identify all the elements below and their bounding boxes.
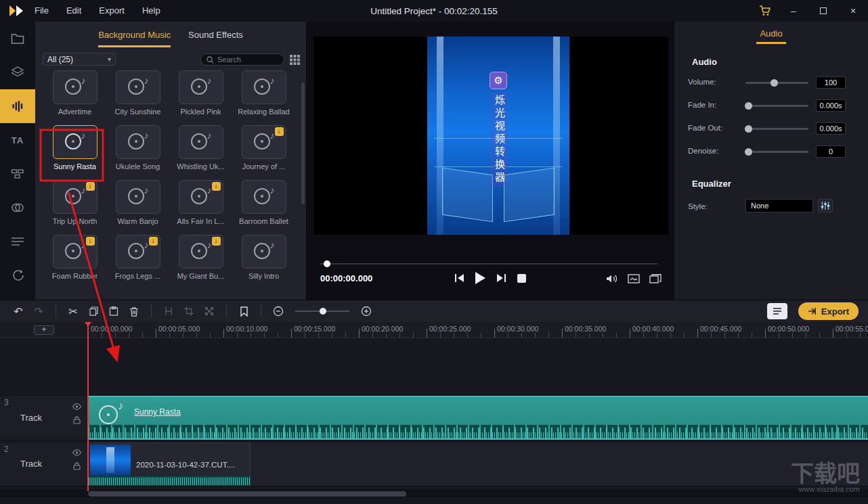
crop-button[interactable] [180, 302, 198, 320]
marker-button[interactable] [235, 302, 253, 320]
music-item[interactable]: ♪ Barroom Ballet [232, 180, 295, 235]
timeline-horizontal-scrollbar[interactable] [0, 490, 868, 497]
sidebar-item-audio[interactable] [0, 89, 35, 123]
music-item[interactable]: ♪ Ukulele Song [106, 125, 169, 180]
fade-out-label: Fade Out: [688, 124, 722, 132]
tracks-area: 3 Track ♪ Sunny Rasta [0, 339, 868, 490]
music-item[interactable]: ♪ Whistling Uk... [169, 125, 232, 180]
mosaic-button[interactable] [200, 302, 218, 320]
volume-value[interactable]: 100 [816, 76, 846, 89]
zoom-slider[interactable] [295, 311, 349, 312]
paste-button[interactable] [105, 302, 123, 320]
sidebar-item-media[interactable] [0, 22, 35, 55]
zoom-out-button[interactable] [269, 302, 287, 320]
fade-in-slider[interactable] [745, 105, 808, 107]
volume-icon[interactable] [606, 274, 618, 283]
grid-view-icon[interactable] [288, 53, 301, 66]
task-list-button[interactable] [767, 303, 787, 319]
music-item[interactable]: ♪↓ Alls Fair In L... [169, 180, 232, 235]
music-item[interactable]: ♪ Warm Banjo [106, 180, 169, 235]
music-disc-icon: ♪ [65, 187, 85, 207]
menu-file[interactable]: File [26, 0, 58, 22]
tab-audio[interactable]: Audio [674, 28, 868, 39]
track-visibility-toggle[interactable] [72, 403, 82, 410]
export-icon [808, 307, 817, 315]
menu-export[interactable]: Export [90, 0, 133, 22]
minimize-button[interactable]: – [779, 0, 808, 22]
close-button[interactable]: × [838, 0, 868, 22]
marker-icon [240, 306, 248, 317]
export-button[interactable]: Export [798, 302, 859, 320]
copy-button[interactable] [85, 302, 102, 320]
music-item[interactable]: ♪ City Sunshine [106, 70, 169, 125]
add-track-button[interactable]: + [34, 325, 54, 335]
equalizer-settings-button[interactable] [818, 199, 833, 212]
timeline-ruler[interactable]: + 00:00:00.000 00:00:05.000 00:00:10.000… [0, 322, 868, 338]
track-2-header[interactable]: 2 Track [0, 442, 88, 486]
music-item[interactable]: ♪ Relaxing Ballad [232, 70, 295, 125]
track-visibility-toggle[interactable] [72, 449, 82, 456]
filters-icon [11, 202, 24, 214]
music-item[interactable]: ♪ Silly Intro [232, 235, 295, 290]
sidebar-item-transitions[interactable] [0, 157, 35, 191]
next-frame-button[interactable] [497, 271, 506, 285]
sidebar-item-layers[interactable] [0, 55, 35, 89]
sidebar-item-text[interactable]: TA [0, 123, 35, 157]
music-item[interactable]: ♪↓ Frogs Legs ... [106, 235, 169, 290]
video-clip[interactable]: 2020-11-03-10-42-37.CUT.... [88, 442, 251, 486]
menu-edit[interactable]: Edit [58, 0, 90, 22]
fade-out-value[interactable]: 0.000s [816, 122, 846, 135]
seek-bar[interactable] [320, 263, 657, 265]
stop-button[interactable] [517, 271, 526, 285]
maximize-button[interactable] [808, 0, 838, 22]
zoom-in-button[interactable] [357, 302, 375, 320]
sidebar-item-motion[interactable] [0, 258, 35, 292]
tab-background-music[interactable]: Background Music [98, 30, 171, 47]
download-badge-icon: ↓ [149, 237, 158, 246]
music-disc-icon: ♪ [191, 77, 211, 97]
trim-button[interactable] [160, 302, 177, 320]
sidebar-item-filters[interactable] [0, 191, 35, 225]
music-item[interactable]: ♪ Pickled Pink [169, 70, 232, 125]
dual-screen-icon[interactable] [649, 274, 661, 283]
equalizer-style-dropdown[interactable]: None [745, 199, 813, 212]
play-button[interactable] [475, 271, 485, 285]
volume-slider[interactable] [745, 82, 808, 84]
music-item-sunny-rasta[interactable]: ♪ Sunny Rasta [43, 125, 106, 180]
music-item[interactable]: ♪↓ My Giant Bu... [169, 235, 232, 290]
search-input[interactable] [217, 55, 276, 64]
menu-help[interactable]: Help [133, 0, 169, 22]
seek-handle[interactable] [324, 260, 330, 267]
track-lock-toggle[interactable] [73, 416, 81, 424]
store-cart-icon[interactable] [752, 0, 779, 22]
music-grid: ♪ Advertime ♪ City Sunshine ♪ Pickled Pi… [43, 70, 298, 290]
audio-section-title: Audio [692, 57, 717, 67]
music-item[interactable]: ♪ Advertime [43, 70, 106, 125]
music-item[interactable]: ♪↓ Trip Up North [43, 180, 106, 235]
denoise-value[interactable]: 0 [816, 145, 846, 158]
redo-button[interactable]: ↷ [30, 302, 47, 320]
denoise-slider[interactable] [745, 151, 808, 153]
audio-clip-sunny-rasta[interactable]: ♪ Sunny Rasta [88, 396, 868, 440]
sidebar-item-elements[interactable] [0, 225, 35, 258]
track-3-header[interactable]: 3 Track [0, 396, 88, 440]
aspect-ratio-icon[interactable] [628, 274, 640, 283]
fade-in-value[interactable]: 0.000s [816, 99, 846, 112]
media-scrollbar[interactable] [301, 62, 305, 292]
zoom-slider-handle[interactable] [320, 308, 326, 315]
undo-button[interactable]: ↶ [9, 302, 27, 320]
tab-sound-effects[interactable]: Sound Effects [188, 30, 243, 47]
download-badge-icon: ↓ [212, 237, 221, 246]
search-box[interactable] [200, 53, 284, 66]
split-scissors-button[interactable]: ✂ [64, 302, 82, 320]
music-item[interactable]: ♪↓ Journey of ... [232, 125, 295, 180]
category-dropdown[interactable]: All (25) ▾ [43, 53, 116, 66]
playhead[interactable] [87, 322, 89, 491]
track-lock-toggle[interactable] [73, 462, 81, 470]
delete-button[interactable] [125, 302, 143, 320]
app-window: File Edit Export Help Untitled Project* … [0, 0, 868, 504]
previous-frame-button[interactable] [455, 271, 464, 285]
fade-out-slider[interactable] [745, 128, 808, 130]
music-item[interactable]: ♪↓ Foam Rubber [43, 235, 106, 290]
download-badge-icon: ↓ [212, 182, 221, 191]
